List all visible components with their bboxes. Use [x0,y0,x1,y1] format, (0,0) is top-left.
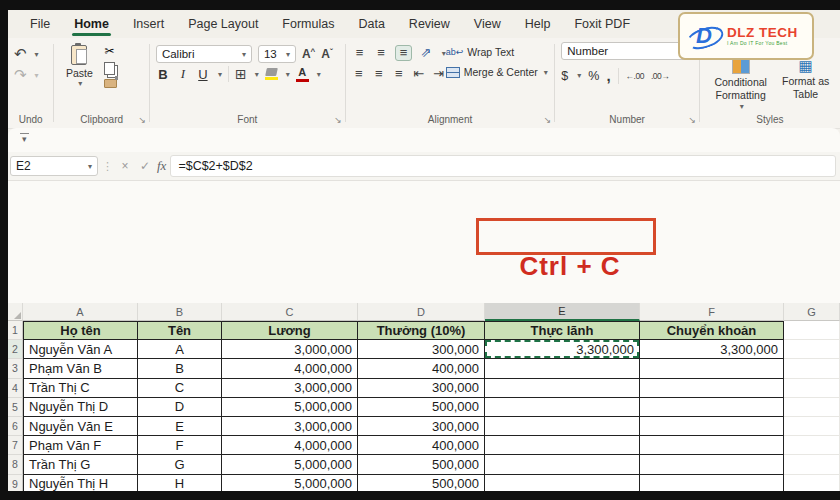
tab-review[interactable]: Review [399,13,460,35]
percent-format-button[interactable]: % [588,69,599,83]
font-dialog-launcher-icon[interactable]: ↘ [334,115,342,125]
wrap-text-button[interactable]: ab↩ Wrap Text [446,46,548,58]
underline-button[interactable]: U [196,67,210,82]
cell-F7[interactable] [640,436,784,455]
cell-G9[interactable] [784,475,840,492]
row-header-1[interactable]: 1 [8,321,23,340]
cell-C5[interactable]: 5,000,000 [222,398,358,417]
cell-B9[interactable]: H [138,475,222,492]
format-painter-icon[interactable] [104,79,117,88]
col-header-C[interactable]: C [222,303,358,321]
chevron-down-icon[interactable]: ▾ [35,50,39,59]
bold-button[interactable]: B [156,67,170,82]
cell-E9[interactable] [485,475,640,492]
tab-page-layout[interactable]: Page Layout [178,13,268,35]
cancel-icon[interactable]: × [117,159,133,173]
cell-C9[interactable]: 5,000,000 [222,475,358,492]
align-center-icon[interactable]: ≡ [372,67,386,81]
tab-data[interactable]: Data [348,13,394,35]
tab-help[interactable]: Help [515,13,561,35]
cell-D3[interactable]: 400,000 [358,359,485,378]
font-name-select[interactable]: Calibri ▾ [156,45,252,63]
borders-icon[interactable]: ⊞ [235,66,247,82]
row-header-3[interactable]: 3 [8,359,23,378]
cell-F4[interactable] [640,379,784,398]
font-size-select[interactable]: 13 ▾ [258,45,296,63]
row-header-6[interactable]: 6 [8,417,23,436]
cell-C2[interactable]: 3,000,000 [222,340,358,359]
align-top-icon[interactable]: ≡ [352,46,368,60]
cell-G4[interactable] [784,379,840,398]
clipboard-dialog-launcher-icon[interactable]: ↘ [138,115,146,125]
col-header-F[interactable]: F [640,303,784,321]
cell-E4[interactable] [485,379,640,398]
cell-D7[interactable]: 400,000 [358,436,485,455]
cell-E8[interactable] [485,455,640,474]
increase-indent-icon[interactable]: ⇥ [432,67,446,81]
cell-F2[interactable]: 3,300,000 [640,340,784,359]
cell-A4[interactable]: Trần Thị C [23,379,138,398]
font-color-button[interactable]: A [296,67,309,82]
cell-G6[interactable] [784,417,840,436]
cell-B5[interactable]: D [138,398,222,417]
cell-E1[interactable]: Thực lãnh [485,321,640,340]
cell-B4[interactable]: C [138,379,222,398]
fill-color-button[interactable] [265,68,278,80]
align-left-icon[interactable]: ≡ [352,67,366,81]
comma-format-button[interactable]: , [606,67,610,84]
col-header-E[interactable]: E [485,303,640,321]
cell-G7[interactable] [784,436,840,455]
tab-insert[interactable]: Insert [123,13,174,35]
cell-D4[interactable]: 300,000 [358,379,485,398]
cell-A9[interactable]: Nguyễn Thị H [23,475,138,492]
cell-C8[interactable]: 5,000,000 [222,455,358,474]
cell-C3[interactable]: 4,000,000 [222,359,358,378]
cell-D2[interactable]: 300,000 [358,340,485,359]
chevron-down-icon[interactable]: ▾ [286,70,290,79]
cell-F3[interactable] [640,359,784,378]
cell-D8[interactable]: 500,000 [358,455,485,474]
chevron-down-icon[interactable]: ▾ [317,70,321,79]
tab-file[interactable]: File [20,13,60,35]
copy-icon[interactable] [104,62,115,75]
row-header-7[interactable]: 7 [8,436,23,455]
row-header-4[interactable]: 4 [8,379,23,398]
cell-A8[interactable]: Trần Thị G [23,455,138,474]
cell-C1[interactable]: Lương [222,321,358,340]
currency-format-button[interactable]: $ [561,69,568,83]
cell-D5[interactable]: 500,000 [358,398,485,417]
align-middle-icon[interactable]: ≡ [373,46,389,60]
chevron-down-icon[interactable]: ▾ [577,71,581,80]
cell-G1[interactable] [784,321,840,340]
cell-B8[interactable]: G [138,455,222,474]
col-header-A[interactable]: A [23,303,138,321]
col-header-B[interactable]: B [138,303,222,321]
cell-C4[interactable]: 3,000,000 [222,379,358,398]
cell-E3[interactable] [485,359,640,378]
cell-A2[interactable]: Nguyễn Văn A [23,340,138,359]
grow-font-button[interactable]: A^ [302,47,315,61]
cell-D9[interactable]: 500,000 [358,475,485,492]
cell-F8[interactable] [640,455,784,474]
insert-function-icon[interactable]: fx [157,158,166,174]
select-all-corner[interactable] [8,303,23,321]
align-right-icon[interactable]: ≡ [392,67,406,81]
orientation-icon[interactable]: ⇗ [418,46,434,60]
cell-F5[interactable] [640,398,784,417]
cell-F6[interactable] [640,417,784,436]
undo-button[interactable]: ↶ ▾ [14,45,49,63]
row-header-5[interactable]: 5 [8,398,23,417]
cell-G8[interactable] [784,455,840,474]
cell-A7[interactable]: Phạm Văn F [23,436,138,455]
formula-input[interactable]: =$C$2+$D$2 [170,155,836,177]
cell-A6[interactable]: Nguyễn Văn E [23,417,138,436]
cell-D1[interactable]: Thưởng (10%) [358,321,485,340]
row-header-9[interactable]: 9 [8,475,23,492]
cell-F9[interactable] [640,475,784,492]
tab-formulas[interactable]: Formulas [272,13,344,35]
col-header-G[interactable]: G [784,303,840,321]
row-header-8[interactable]: 8 [8,455,23,474]
cell-D6[interactable]: 300,000 [358,417,485,436]
cell-B3[interactable]: B [138,359,222,378]
decrease-indent-icon[interactable]: ⇤ [412,67,426,81]
